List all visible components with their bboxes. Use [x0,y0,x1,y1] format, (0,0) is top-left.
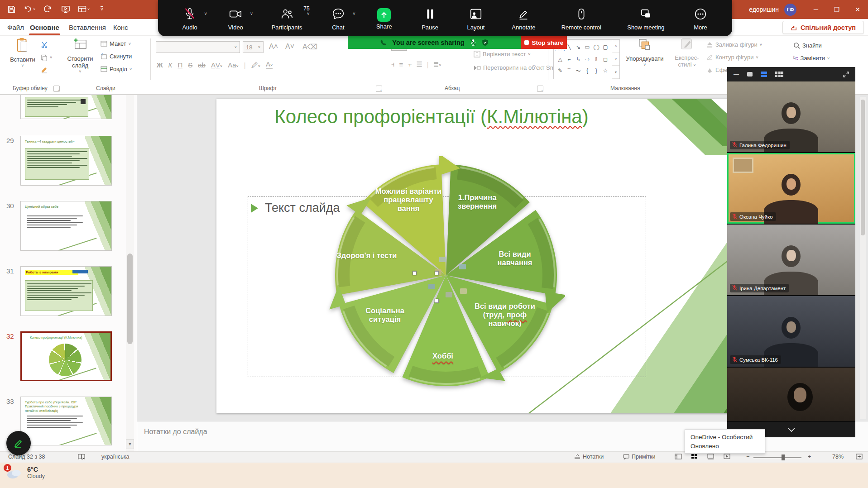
notes-toggle[interactable]: Нотатки [574,454,604,460]
arrange-button[interactable]: Упорядкувати˅ [624,38,666,67]
customize-quick-access-icon[interactable]: ˅ [96,3,108,15]
font-size-combo[interactable]: 18˅ [243,41,264,53]
normal-view-icon[interactable] [675,454,682,459]
reset-slide-button[interactable]: Скинути [101,53,132,60]
speaker-view-icon[interactable] [747,72,753,77]
tab-design-clipped[interactable]: Конс [111,19,130,35]
replace-button[interactable]: ᵇcЗамінити˅ [793,55,830,62]
clear-formatting-button[interactable]: A⌫ [302,43,317,51]
strikethrough-button[interactable]: S [188,61,192,69]
zoom-audio-button[interactable]: ˅Audio [180,7,200,31]
redo-icon[interactable] [42,3,53,15]
stop-share-button[interactable]: Stop share [521,36,567,49]
slide-thumbnail-32[interactable]: Колесо профорієнтації (К.Мілютіна) [20,331,112,381]
participant-tile-2[interactable]: Оксана Чуйко [727,153,855,224]
new-slide-button[interactable]: Створити слайд˅ [64,38,96,74]
paragraph-dialog-launcher[interactable]: ⌟ [537,86,543,92]
notes-placeholder[interactable]: Нотатки до слайда [144,428,207,436]
format-painter-button[interactable] [41,67,48,74]
window-layout-icon[interactable]: ˅ [78,3,90,15]
italic-button[interactable]: К [168,61,173,69]
highlight-color-button[interactable]: 🖉˅ [251,61,260,69]
slide-thumbnail-33[interactable]: Турбота про себе (Гері Кейн. ISP Практич… [20,397,112,445]
align-center-button[interactable]: ≡ [399,61,403,68]
zoom-in-button[interactable]: + [808,454,811,460]
tab-file[interactable]: Файл [5,19,26,35]
character-spacing-button[interactable]: A̲V̲˅ [211,61,222,69]
font-name-combo[interactable]: ˅ [156,41,240,53]
font-color-button[interactable]: A˅ [266,60,273,69]
slide-sorter-view-icon[interactable] [691,454,698,459]
zoom-slider[interactable] [753,457,801,458]
comments-toggle[interactable]: Примітки [623,454,655,460]
slide-vertical-scrollbar[interactable] [860,97,866,419]
slide-thumbnail-31[interactable]: Робота із намірами [20,266,112,316]
align-left-button[interactable]: ⫞ [391,60,395,68]
align-text-button[interactable]: Вирівняти текст˅ [474,51,531,57]
security-shield-icon[interactable] [482,39,489,46]
justify-button[interactable]: ☰ [416,60,422,68]
zoom-pause-button[interactable]: Pause [420,7,440,31]
zoom-percentage[interactable]: 78% [832,454,844,460]
shrink-font-button[interactable]: A˅ [285,43,294,51]
slide-thumbnail-29[interactable]: Техніка «4 квадрати цінностей» [20,136,112,186]
career-wheel-smartart[interactable]: 1.Причина зверненняВсі види навчанняВсі … [327,156,565,394]
slideshow-view-icon[interactable] [724,454,730,459]
selection-handle[interactable] [412,271,417,275]
chevron-down-icon[interactable]: ˅ [204,11,207,16]
underline-button[interactable]: П [177,61,182,69]
zoom-share-button[interactable]: Share [374,8,394,30]
cut-button[interactable] [41,41,48,48]
zoom-out-button[interactable]: − [746,454,749,460]
participant-tile-1[interactable]: Галина Федоришин [727,81,855,152]
restore-button[interactable]: ❐ [826,0,847,19]
save-icon[interactable] [5,3,17,15]
change-case-button[interactable]: Aa˅ [228,61,239,69]
zoom-annotate-button[interactable]: Annotate [512,7,535,31]
tab-insert[interactable]: Вставлення [67,19,108,35]
fit-to-window-icon[interactable] [856,454,863,459]
expand-panel-icon[interactable] [843,72,849,77]
clipboard-dialog-launcher[interactable]: ⌟ [53,86,60,92]
thumbnail-scrollbar[interactable] [126,95,134,451]
slide-thumbnail-partial[interactable] [20,95,112,119]
language-indicator[interactable]: українська [101,454,129,460]
quick-styles-button[interactable]: Експрес-стилі ˅ [669,38,705,68]
slide-title[interactable]: Колесо профорієнтації (К.Мілютіна) [248,106,615,128]
chevron-down-icon[interactable]: ˅ [353,11,355,16]
find-button[interactable]: Знайти [793,42,822,49]
align-right-button[interactable]: ⫟ [408,60,412,68]
zoom-more-button[interactable]: More [691,7,710,31]
selection-handle[interactable] [435,271,439,275]
paste-button[interactable]: Вставити˅ [7,38,38,68]
participant-tile-3[interactable]: Ірина Департамент [727,225,855,295]
account-avatar[interactable]: ГФ [784,4,796,16]
participant-tile-4[interactable]: Сумська ВК-116 [727,296,855,367]
zoom-remote-button[interactable]: Remote control [561,7,601,31]
thumbnail-scroll-down-button[interactable]: ▼ [126,439,134,449]
copy-button[interactable]: ˅ [41,54,52,61]
start-slideshow-icon[interactable] [60,3,72,15]
shapes-scroll[interactable]: ˄˅▾ [612,39,620,79]
onedrive-toast[interactable]: OneDrive - Особистий Оновлено [685,429,765,454]
font-dialog-launcher[interactable]: ⌟ [376,86,382,92]
tab-home[interactable]: Основне [28,19,61,35]
columns-button[interactable]: ≣˅ [433,60,441,68]
chevron-down-icon[interactable]: ˅ [307,11,310,16]
weather-widget[interactable]: 1 6°C Cloudy [5,466,45,482]
undo-icon[interactable]: ˅ [24,3,35,15]
minimize-videos-icon[interactable]: — [734,71,739,77]
slide-thumbnail-30[interactable]: Ціннісний образ себе [20,201,112,251]
shape-effects-button[interactable]: Ефе [706,67,728,73]
reading-view-icon[interactable] [707,454,714,459]
gallery-view-icon[interactable] [775,72,783,77]
zoom-layout-button[interactable]: Layout [466,7,486,31]
chevron-down-icon[interactable]: ˅ [250,11,253,16]
spellcheck-icon[interactable] [78,454,85,460]
shape-fill-button[interactable]: Заливка фігури˅ [706,41,762,48]
strip-view-icon[interactable] [761,72,767,77]
bold-button[interactable]: Ж [157,61,163,69]
layout-button[interactable]: Макет˅ [101,40,131,47]
slide-canvas[interactable]: Колесо профорієнтації (К.Мілютіна) Текст… [216,99,776,413]
section-button[interactable]: Розділ˅ [101,66,132,72]
